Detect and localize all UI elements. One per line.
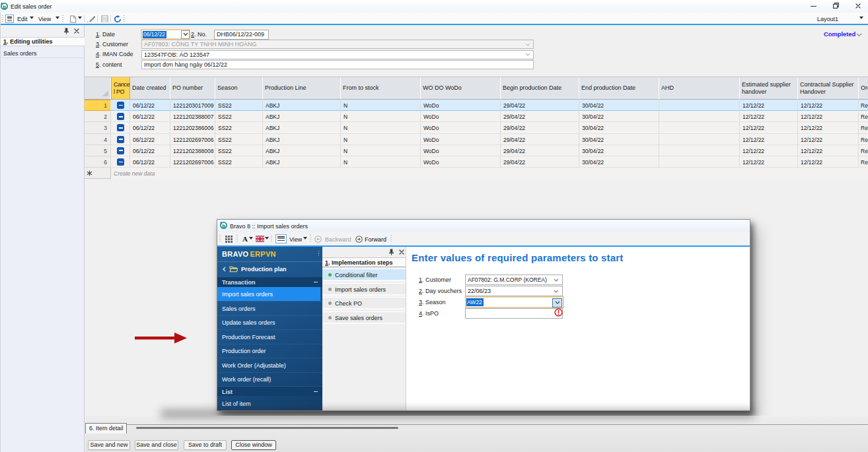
svg-text:b: b	[3, 3, 6, 9]
svg-text:b: b	[222, 223, 225, 229]
